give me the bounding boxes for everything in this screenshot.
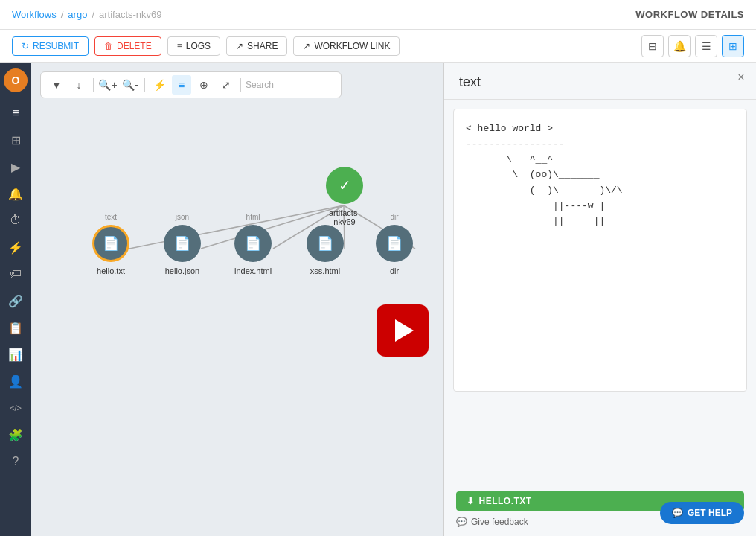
workflow-link-button[interactable]: ↗ WORKFLOW LINK	[293, 36, 400, 56]
breadcrumb-current: artifacts-nkv69	[99, 9, 162, 20]
canvas-toolbar: ▼ ↓ 🔍+ 🔍- ⚡ ≡ ⊕ ⤢	[40, 71, 342, 98]
node-dir-label: dir	[390, 267, 399, 275]
flash-button[interactable]: ⚡	[150, 75, 169, 95]
share-icon: ↗	[236, 41, 243, 51]
toolbar-right-icons: ⊟ 🔔 ☰ ⊞	[641, 35, 744, 57]
sidebar-item-plugins[interactable]: 🧩	[4, 423, 28, 447]
sidebar-item-labels[interactable]: 🏷	[4, 262, 28, 286]
avatar-text: O	[12, 74, 20, 86]
sidebar-item-account[interactable]: 👤	[4, 369, 28, 393]
sidebar-item-menu[interactable]: ≡	[4, 101, 28, 125]
zoom-in-button[interactable]: 🔍+	[98, 75, 118, 95]
share-button[interactable]: ↗ SHARE	[226, 36, 287, 56]
node-txt-type-label: text	[105, 213, 117, 221]
sidebar-item-help[interactable]: ?	[4, 450, 28, 473]
main-toolbar: ↻ RESUBMIT 🗑 DELETE ≡ LOGS ↗ SHARE ↗ WOR…	[0, 30, 756, 63]
breadcrumb: Workflows / argo / artifacts-nkv69	[12, 9, 162, 20]
sidebar-item-notifications[interactable]: 🔔	[4, 182, 28, 205]
left-sidebar: O ≡ ⊞ ▶ 🔔 ⏱ ⚡ 🏷 🔗 📋 📊 👤 </> 🧩 ?	[0, 63, 31, 536]
connections-svg	[31, 63, 443, 536]
split-view-button[interactable]: ⊟	[641, 35, 664, 57]
chat-icon: 💬	[672, 508, 683, 518]
sidebar-item-templates[interactable]: 📋	[4, 316, 28, 339]
delete-button[interactable]: 🗑 DELETE	[94, 36, 161, 56]
top-header: Workflows / argo / artifacts-nkv69 WORKF…	[0, 0, 756, 30]
node-index-html-label: index.html	[234, 267, 272, 275]
node-hello-json[interactable]: json 📄 hello.json	[164, 225, 201, 275]
node-index-html[interactable]: html 📄 index.html	[234, 225, 272, 275]
get-help-button[interactable]: 💬 GET HELP	[660, 502, 744, 524]
expand-button[interactable]: ⤢	[217, 75, 236, 95]
sidebar-item-code[interactable]: </>	[4, 396, 28, 420]
canvas-area: ▼ ↓ 🔍+ 🔍- ⚡ ≡ ⊕ ⤢ ✓ artifacts-nkv69	[31, 63, 443, 536]
close-icon: ×	[737, 71, 744, 84]
sidebar-item-schedules[interactable]: ⏱	[4, 208, 28, 232]
breadcrumb-sep2: /	[92, 9, 94, 20]
sidebar-item-dashboard[interactable]: ⊞	[4, 128, 28, 152]
divider2	[144, 78, 145, 92]
logs-icon: ≡	[177, 41, 182, 51]
node-hello-json-label: hello.json	[165, 267, 199, 275]
node-dir-type-label: dir	[390, 213, 398, 221]
sidebar-item-events[interactable]: ⚡	[4, 235, 28, 259]
close-button[interactable]: ×	[732, 68, 750, 86]
download-icon: ⬇	[467, 496, 475, 506]
list-view-button[interactable]: ≡	[172, 75, 191, 95]
right-panel: × text < hello world > -----------------…	[443, 63, 756, 536]
play-button[interactable]	[377, 304, 429, 357]
filter-button[interactable]: ▼	[47, 75, 66, 95]
play-icon	[395, 319, 414, 342]
breadcrumb-workflows[interactable]: Workflows	[12, 9, 57, 20]
resubmit-icon: ↻	[22, 41, 29, 51]
node-hello-txt-circle: 📄	[92, 225, 129, 262]
node-index-html-circle: 📄	[234, 225, 272, 262]
breadcrumb-argo[interactable]: argo	[68, 9, 87, 20]
node-hello-txt[interactable]: text 📄 hello.txt	[92, 225, 129, 275]
zoom-out-button[interactable]: 🔍-	[121, 75, 140, 95]
panel-content: < hello world > ----------------- \ ^__^…	[444, 100, 756, 482]
divider1	[93, 78, 94, 92]
resubmit-button[interactable]: ↻ RESUBMIT	[12, 36, 89, 56]
node-xss-html-circle: 📄	[307, 225, 344, 262]
link-icon: ↗	[303, 41, 310, 51]
node-hello-txt-label: hello.txt	[97, 267, 125, 275]
text-content-box: < hello world > ----------------- \ ^__^…	[453, 109, 747, 392]
sidebar-item-workflows[interactable]: ▶	[4, 155, 28, 179]
logs-button[interactable]: ≡ LOGS	[167, 36, 220, 56]
divider3	[240, 78, 241, 92]
layout-button[interactable]: ⊕	[194, 75, 214, 95]
node-dir[interactable]: dir 📄 dir	[376, 225, 413, 275]
info-button[interactable]: ☰	[695, 35, 717, 57]
notifications-button[interactable]: 🔔	[668, 35, 691, 57]
node-dir-circle: 📄	[376, 225, 413, 262]
node-main-circle: ✓	[326, 167, 363, 204]
main-area: O ≡ ⊞ ▶ 🔔 ⏱ ⚡ 🏷 🔗 📋 📊 👤 </> 🧩 ? ▼ ↓ 🔍+ 🔍…	[0, 63, 756, 536]
avatar[interactable]: O	[4, 68, 28, 92]
feedback-icon: 💬	[456, 517, 467, 527]
node-hello-json-circle: 📄	[164, 225, 201, 262]
graph-button[interactable]: ⊞	[722, 35, 744, 57]
node-main[interactable]: ✓ artifacts-nkv69	[326, 167, 363, 226]
node-html-type-label: html	[246, 213, 260, 221]
breadcrumb-sep1: /	[61, 9, 64, 20]
workflow-details-label: WORKFLOW DETAILS	[635, 9, 744, 20]
delete-icon: 🗑	[104, 41, 113, 51]
node-xss-html-label: xss.html	[310, 267, 340, 275]
sort-button[interactable]: ↓	[69, 75, 89, 95]
node-json-type-label: json	[176, 213, 189, 221]
sidebar-item-links[interactable]: 🔗	[4, 289, 28, 313]
search-input[interactable]	[246, 80, 335, 90]
sidebar-item-reports[interactable]: 📊	[4, 342, 28, 366]
node-main-label: artifacts-nkv69	[329, 208, 360, 226]
panel-title: text	[444, 63, 756, 100]
node-xss-html[interactable]: 📄 xss.html	[307, 225, 344, 275]
